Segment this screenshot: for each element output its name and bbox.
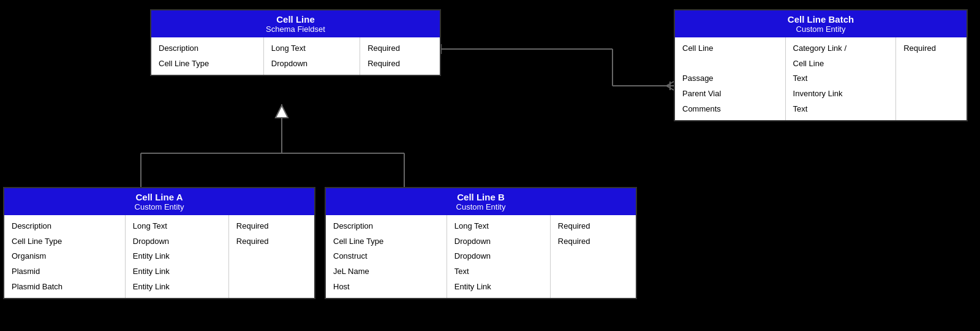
list-item: Long Text bbox=[271, 41, 352, 56]
svg-line-5 bbox=[666, 86, 674, 90]
cell-line-header: Cell Line Schema Fieldset bbox=[151, 10, 440, 37]
list-item: Entity Link bbox=[133, 280, 221, 295]
list-item: Inventory Link bbox=[793, 86, 889, 102]
list-item: Dropdown bbox=[454, 249, 543, 264]
cell-line-batch-col1: Cell Line Passage Parent Vial Comments bbox=[675, 37, 786, 120]
cell-line-a-col2: Long Text Dropdown Entity Link Entity Li… bbox=[126, 215, 229, 298]
list-item: Organism bbox=[12, 249, 118, 264]
list-item bbox=[558, 264, 628, 280]
cell-line-batch-subtitle: Custom Entity bbox=[681, 25, 960, 34]
svg-marker-11 bbox=[276, 105, 288, 118]
list-item bbox=[903, 71, 959, 86]
list-item: Comments bbox=[682, 102, 778, 117]
cell-line-b-col1: Description Cell Line Type Construct JeL… bbox=[326, 215, 447, 298]
list-item: Cell Line Type bbox=[12, 234, 118, 249]
list-item: Cell Line Type bbox=[333, 234, 439, 249]
list-item: Required bbox=[236, 234, 307, 249]
cell-line-b-col2: Long Text Dropdown Dropdown Text Entity … bbox=[447, 215, 551, 298]
list-item: Long Text bbox=[454, 219, 543, 234]
cell-line-a-col3: Required Required bbox=[229, 215, 314, 298]
cell-line-batch-header: Cell Line Batch Custom Entity bbox=[675, 10, 967, 37]
list-item bbox=[558, 249, 628, 264]
cell-line-a-title: Cell Line A bbox=[10, 192, 308, 202]
list-item bbox=[236, 249, 307, 264]
list-item: Text bbox=[793, 102, 889, 117]
list-item: JeL Name bbox=[333, 264, 439, 280]
list-item: Cell Line bbox=[682, 41, 778, 56]
cell-line-a-body: Description Cell Line Type Organism Plas… bbox=[4, 215, 314, 298]
cell-line-a-subtitle: Custom Entity bbox=[10, 202, 308, 211]
cell-line-batch-col3: Required bbox=[896, 37, 967, 120]
list-item: Dropdown bbox=[271, 56, 352, 72]
list-item: Entity Link bbox=[133, 264, 221, 280]
list-item: Required bbox=[368, 41, 432, 56]
list-item: Description bbox=[12, 219, 118, 234]
list-item: Required bbox=[903, 41, 959, 56]
cell-line-body: Description Cell Line Type Long Text Dro… bbox=[151, 37, 440, 75]
list-item: Text bbox=[793, 71, 889, 86]
list-item bbox=[236, 264, 307, 280]
cell-line-b-header: Cell Line B Custom Entity bbox=[326, 188, 636, 215]
list-item bbox=[558, 280, 628, 295]
list-item bbox=[903, 56, 959, 72]
cell-line-b-subtitle: Custom Entity bbox=[332, 202, 630, 211]
cell-line-batch-col2: Category Link / Cell Line Text Inventory… bbox=[786, 37, 897, 120]
list-item: Long Text bbox=[133, 219, 221, 234]
cell-line-b-body: Description Cell Line Type Construct JeL… bbox=[326, 215, 636, 298]
cell-line-a-header: Cell Line A Custom Entity bbox=[4, 188, 314, 215]
list-item bbox=[903, 102, 959, 117]
list-item: Required bbox=[558, 234, 628, 249]
cell-line-col2: Long Text Dropdown bbox=[264, 37, 360, 75]
cell-line-b-box: Cell Line B Custom Entity Description Ce… bbox=[325, 187, 637, 299]
cell-line-title: Cell Line bbox=[157, 14, 434, 25]
list-item: Cell Line bbox=[793, 56, 889, 72]
cell-line-a-col1: Description Cell Line Type Organism Plas… bbox=[4, 215, 126, 298]
list-item: Passage bbox=[682, 71, 778, 86]
cell-line-batch-body: Cell Line Passage Parent Vial Comments C… bbox=[675, 37, 967, 120]
list-item: Required bbox=[368, 56, 432, 72]
list-item: Parent Vial bbox=[682, 86, 778, 102]
svg-line-4 bbox=[666, 82, 674, 86]
cell-line-batch-box: Cell Line Batch Custom Entity Cell Line … bbox=[674, 9, 968, 121]
list-item: Required bbox=[236, 219, 307, 234]
list-item: Dropdown bbox=[133, 234, 221, 249]
cell-line-batch-title: Cell Line Batch bbox=[681, 14, 960, 25]
list-item: Text bbox=[454, 264, 543, 280]
cell-line-b-title: Cell Line B bbox=[332, 192, 630, 202]
list-item bbox=[682, 56, 778, 72]
list-item: Cell Line Type bbox=[159, 56, 256, 72]
cell-line-col1: Description Cell Line Type bbox=[151, 37, 264, 75]
list-item: Description bbox=[333, 219, 439, 234]
cell-line-box: Cell Line Schema Fieldset Description Ce… bbox=[150, 9, 441, 76]
list-item: Plasmid bbox=[12, 264, 118, 280]
list-item: Plasmid Batch bbox=[12, 280, 118, 295]
cell-line-a-box: Cell Line A Custom Entity Description Ce… bbox=[3, 187, 315, 299]
list-item: Required bbox=[558, 219, 628, 234]
cell-line-b-col3: Required Required bbox=[551, 215, 636, 298]
list-item: Dropdown bbox=[454, 234, 543, 249]
list-item: Entity Link bbox=[454, 280, 543, 295]
cell-line-col3: Required Required bbox=[360, 37, 440, 75]
list-item: Construct bbox=[333, 249, 439, 264]
list-item: Entity Link bbox=[133, 249, 221, 264]
list-item bbox=[236, 280, 307, 295]
list-item: Category Link / bbox=[793, 41, 889, 56]
cell-line-subtitle: Schema Fieldset bbox=[157, 25, 434, 34]
list-item: Host bbox=[333, 280, 439, 295]
list-item: Description bbox=[159, 41, 256, 56]
list-item bbox=[903, 86, 959, 102]
